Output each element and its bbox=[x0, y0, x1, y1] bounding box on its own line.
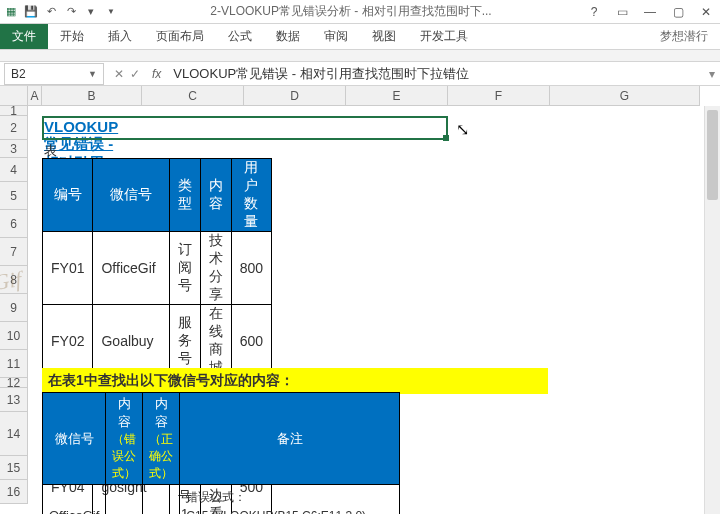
col-header[interactable]: D bbox=[244, 86, 346, 106]
col-header[interactable]: A bbox=[28, 86, 42, 106]
row-header[interactable]: 1 bbox=[0, 106, 28, 116]
row-header[interactable]: 2 bbox=[0, 116, 28, 140]
lookup-instruction: 在表1中查找出以下微信号对应的内容： bbox=[42, 368, 548, 394]
ribbon-collapse-icon[interactable]: ▭ bbox=[610, 3, 634, 21]
tab-file[interactable]: 文件 bbox=[0, 24, 48, 49]
table-cell[interactable] bbox=[143, 485, 180, 515]
tab-review[interactable]: 审阅 bbox=[312, 24, 360, 49]
formula-expand-icon[interactable]: ▾ bbox=[704, 67, 720, 81]
table-cell[interactable]: FY02 bbox=[43, 305, 93, 378]
vertical-scrollbar[interactable] bbox=[704, 106, 720, 514]
table-cell[interactable]: OfficeGif bbox=[43, 485, 106, 515]
table-cell[interactable]: 600 bbox=[231, 305, 271, 378]
help-icon[interactable]: ? bbox=[582, 3, 606, 21]
save-icon[interactable]: 💾 bbox=[22, 3, 40, 21]
table-header: 内容 bbox=[200, 159, 231, 232]
col-header[interactable]: E bbox=[346, 86, 448, 106]
table-row: FY02Goalbuy服务号在线商城600 bbox=[43, 305, 272, 378]
name-box[interactable]: B2 ▼ bbox=[4, 63, 104, 85]
minimize-icon[interactable]: — bbox=[638, 3, 662, 21]
name-box-value: B2 bbox=[11, 67, 26, 81]
table-header: 内容（错误公式） bbox=[106, 393, 143, 485]
table-cell[interactable]: 在线商城 bbox=[200, 305, 231, 378]
col-header[interactable]: F bbox=[448, 86, 550, 106]
row-header[interactable]: 6 bbox=[0, 210, 28, 238]
redo-icon[interactable]: ↷ bbox=[62, 3, 80, 21]
table-header: 编号 bbox=[43, 159, 93, 232]
col-header[interactable]: C bbox=[142, 86, 244, 106]
spreadsheet-grid[interactable]: ABCDEFG 12345678910111213141516 VLOOKUP常… bbox=[0, 86, 720, 514]
col-header[interactable]: B bbox=[42, 86, 142, 106]
ribbon-body bbox=[0, 50, 720, 62]
table-header: 备注 bbox=[180, 393, 399, 485]
fx-icon[interactable]: fx bbox=[146, 67, 167, 81]
row-header[interactable]: 16 bbox=[0, 480, 28, 504]
col-header[interactable]: G bbox=[550, 86, 700, 106]
formula-bar: B2 ▼ ✕ ✓ fx VLOOKUP常见错误 - 相对引用查找范围时下拉错位 … bbox=[0, 62, 720, 86]
cursor-icon: ⤡ bbox=[456, 120, 469, 139]
table-header: 用户数量 bbox=[231, 159, 271, 232]
window-title: 2-VLOOKUP常见错误分析 - 相对引用查找范围时下... bbox=[120, 3, 582, 20]
table-header: 微信号 bbox=[43, 393, 106, 485]
row-header[interactable]: 13 bbox=[0, 388, 28, 412]
cancel-icon[interactable]: ✕ bbox=[114, 67, 124, 81]
row-header[interactable]: 14 bbox=[0, 412, 28, 456]
tab-layout[interactable]: 页面布局 bbox=[144, 24, 216, 49]
qat-more-icon[interactable]: ▾ bbox=[82, 3, 100, 21]
name-box-dropdown-icon[interactable]: ▼ bbox=[88, 69, 97, 79]
scrollbar-thumb[interactable] bbox=[707, 110, 718, 200]
table-cell[interactable]: 技术分享 bbox=[200, 232, 231, 305]
table-row: FY01OfficeGif订阅号技术分享800 bbox=[43, 232, 272, 305]
table-cell[interactable] bbox=[106, 485, 143, 515]
tab-view[interactable]: 视图 bbox=[360, 24, 408, 49]
table-cell[interactable]: 服务号 bbox=[169, 305, 200, 378]
quick-access-toolbar: ▦ 💾 ↶ ↷ ▾ ▼ bbox=[2, 3, 120, 21]
table-cell[interactable]: FY01 bbox=[43, 232, 93, 305]
formula-input[interactable]: VLOOKUP常见错误 - 相对引用查找范围时下拉错位 bbox=[167, 65, 704, 83]
close-icon[interactable]: ✕ bbox=[694, 3, 718, 21]
enter-icon[interactable]: ✓ bbox=[130, 67, 140, 81]
tab-home[interactable]: 开始 bbox=[48, 24, 96, 49]
table-cell[interactable]: 订阅号 bbox=[169, 232, 200, 305]
tab-insert[interactable]: 插入 bbox=[96, 24, 144, 49]
table-header: 类型 bbox=[169, 159, 200, 232]
tab-data[interactable]: 数据 bbox=[264, 24, 312, 49]
row-header[interactable]: 8 bbox=[0, 266, 28, 294]
table-cell[interactable]: 800 bbox=[231, 232, 271, 305]
row-header[interactable]: 5 bbox=[0, 182, 28, 210]
row-header[interactable]: 12 bbox=[0, 378, 28, 388]
row-header[interactable]: 4 bbox=[0, 158, 28, 182]
titlebar: ▦ 💾 ↶ ↷ ▾ ▼ 2-VLOOKUP常见错误分析 - 相对引用查找范围时下… bbox=[0, 0, 720, 24]
undo-icon[interactable]: ↶ bbox=[42, 3, 60, 21]
row-header[interactable]: 7 bbox=[0, 238, 28, 266]
data-table-2: 微信号内容（错误公式）内容（正确公式）备注OfficeGif错误公式：C15=V… bbox=[42, 392, 400, 514]
ribbon-tabs: 文件 开始 插入 页面布局 公式 数据 审阅 视图 开发工具 梦想潜行 bbox=[0, 24, 720, 50]
excel-icon: ▦ bbox=[2, 3, 20, 21]
qat-dropdown-icon[interactable]: ▼ bbox=[102, 3, 120, 21]
row-header[interactable]: 10 bbox=[0, 322, 28, 350]
row-header[interactable]: 3 bbox=[0, 140, 28, 158]
table-cell[interactable]: Goalbuy bbox=[93, 305, 169, 378]
row-header[interactable]: 11 bbox=[0, 350, 28, 378]
row-header[interactable]: 9 bbox=[0, 294, 28, 322]
tab-formula[interactable]: 公式 bbox=[216, 24, 264, 49]
table-header: 微信号 bbox=[93, 159, 169, 232]
notes-cell: 错误公式：C15=VLOOKUP(B15,C6:E11,3,0)错误原因：相对引… bbox=[180, 485, 399, 515]
table-header: 内容（正确公式） bbox=[143, 393, 180, 485]
row-header[interactable]: 15 bbox=[0, 456, 28, 480]
table-row: OfficeGif错误公式：C15=VLOOKUP(B15,C6:E11,3,0… bbox=[43, 485, 400, 515]
table-cell[interactable]: OfficeGif bbox=[93, 232, 169, 305]
tab-custom[interactable]: 梦想潜行 bbox=[648, 24, 720, 49]
tab-dev[interactable]: 开发工具 bbox=[408, 24, 480, 49]
maximize-icon[interactable]: ▢ bbox=[666, 3, 690, 21]
